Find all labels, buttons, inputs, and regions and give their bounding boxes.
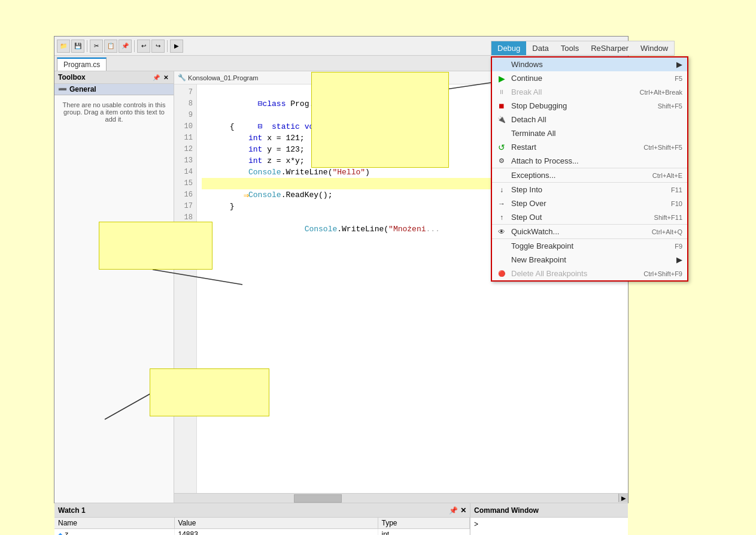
menu-item-stop-debugging[interactable]: ⏹ Stop Debugging Shift+F5 xyxy=(492,99,687,113)
menu-item-attach-to-process[interactable]: ⚙ Attach to Process... xyxy=(492,154,687,168)
toolbar-btn-undo[interactable]: ↩ xyxy=(137,40,150,53)
line-11: 11 xyxy=(174,132,196,144)
break-all-shortcut: Ctrl+Alt+Break xyxy=(639,89,682,96)
horizontal-scrollbar[interactable]: ▶ xyxy=(174,493,628,503)
toolbar-btn-redo[interactable]: ↪ xyxy=(151,40,165,53)
step-into-label: Step Into xyxy=(511,185,659,194)
menu-item-restart[interactable]: ↺ Restart Ctrl+Shift+F5 xyxy=(492,140,687,154)
command-title: Command Window xyxy=(474,506,539,515)
step-over-label: Step Over xyxy=(511,199,659,208)
line-17: 17 xyxy=(174,201,196,212)
quickwatch-shortcut: Ctrl+Alt+Q xyxy=(652,228,682,235)
watch-title: Watch 1 xyxy=(58,506,86,515)
toolbar-btn-3[interactable]: ✂ xyxy=(90,40,103,53)
menu-item-new-breakpoint[interactable]: New Breakpoint ▶ xyxy=(492,253,687,267)
exceptions-shortcut: Ctrl+Alt+E xyxy=(652,172,682,179)
menu-item-delete-all-bp: 🔴 Delete All Breakpoints Ctrl+Shift+F9 xyxy=(492,267,687,280)
menu-resharper[interactable]: ReSharper xyxy=(585,41,634,55)
menu-resharper-label: ReSharper xyxy=(591,44,629,53)
delete-bp-label: Delete All Breakpoints xyxy=(511,269,631,278)
watch-type-z: int xyxy=(378,529,470,536)
line-9: 9 xyxy=(174,110,196,121)
line-numbers: 7 8 9 10 11 12 13 14 15 16 17 18 xyxy=(174,84,197,493)
menu-item-terminate-all[interactable]: Terminate All xyxy=(492,126,687,140)
watch-close-icon[interactable]: ✕ xyxy=(460,506,466,515)
toolbox-header-icons: 📌 ✕ xyxy=(152,73,170,81)
break-all-icon: ⏸ xyxy=(496,89,508,95)
line-12: 12 xyxy=(174,144,196,155)
watch-header-icons: 📌 ✕ xyxy=(449,506,466,515)
menu-data[interactable]: Data xyxy=(526,41,554,55)
delete-bp-shortcut: Ctrl+Shift+F9 xyxy=(643,270,682,277)
watch-col-name: Name xyxy=(54,518,174,529)
toolbox-general-section[interactable]: ➖ General xyxy=(54,84,174,95)
toolbox-close-icon[interactable]: ✕ xyxy=(162,73,170,81)
menu-item-break-all: ⏸ Break All Ctrl+Alt+Break xyxy=(492,85,687,99)
scrollbar-right-arrow[interactable]: ▶ xyxy=(618,494,628,502)
restart-shortcut: Ctrl+Shift+F5 xyxy=(643,144,682,151)
toolbar-separator-3 xyxy=(167,40,168,52)
menu-tools-label: Tools xyxy=(561,44,579,53)
toolbar-separator-1 xyxy=(87,40,87,52)
menu-item-step-into[interactable]: ↓ Step Into F11 xyxy=(492,182,687,197)
watch-col-type: Type xyxy=(378,518,470,529)
callout-middle-left xyxy=(99,222,212,270)
toolbox-pin-icon[interactable]: 📌 xyxy=(152,73,160,81)
watch-name-z: ◆ z xyxy=(54,529,174,536)
attach-icon: ⚙ xyxy=(496,157,508,165)
menu-item-exceptions[interactable]: Exceptions... Ctrl+Alt+E xyxy=(492,168,687,182)
step-into-icon: ↓ xyxy=(496,186,508,194)
command-prompt: > xyxy=(474,520,478,528)
scrollbar-thumb[interactable] xyxy=(294,494,342,503)
line-8: 8 xyxy=(174,98,196,110)
line-14: 14 xyxy=(174,167,196,178)
menu-item-detach-all[interactable]: 🔌 Detach All xyxy=(492,113,687,126)
step-out-icon: ↑ xyxy=(496,213,508,222)
menu-data-label: Data xyxy=(532,44,548,53)
menu-item-step-out[interactable]: ↑ Step Out Shift+F11 xyxy=(492,210,687,224)
watch-row-z[interactable]: ◆ z 14883 int xyxy=(54,529,470,536)
toolbar-btn-1[interactable]: 📁 xyxy=(57,40,70,53)
menu-item-quickwatch[interactable]: 👁 QuickWatch... Ctrl+Alt+Q xyxy=(492,224,687,238)
menu-item-continue[interactable]: ▶ Continue F5 xyxy=(492,71,687,85)
detach-all-icon: 🔌 xyxy=(496,116,508,123)
callout-bottom-left xyxy=(150,368,269,416)
windows-arrow: ▶ xyxy=(676,60,682,69)
detach-all-label: Detach All xyxy=(511,115,682,124)
line-15: 15 xyxy=(174,178,196,189)
toolbar-btn-2[interactable]: 💾 xyxy=(71,40,84,53)
quickwatch-icon: 👁 xyxy=(496,228,508,236)
continue-shortcut: F5 xyxy=(675,75,682,82)
toolbar-btn-5[interactable]: 📌 xyxy=(119,40,132,53)
restart-label: Restart xyxy=(511,143,631,152)
toolbox-panel: Toolbox 📌 ✕ ➖ General There are no usabl… xyxy=(54,71,174,503)
command-header: Command Window xyxy=(470,503,628,518)
menu-debug[interactable]: Debug xyxy=(491,41,526,55)
toolbar-separator-2 xyxy=(134,40,135,52)
menu-item-windows[interactable]: Windows ▶ xyxy=(492,58,687,71)
toolbox-header: Toolbox 📌 ✕ xyxy=(54,71,174,84)
menu-window-label: Window xyxy=(640,44,668,53)
continue-label: Continue xyxy=(511,74,663,83)
stop-debugging-label: Stop Debugging xyxy=(511,101,646,110)
line-13: 13 xyxy=(174,155,196,167)
attach-label: Attach to Process... xyxy=(511,156,682,165)
toolbar-btn-4[interactable]: 📋 xyxy=(104,40,117,53)
breadcrumb-class: Konsolowa_01.Program xyxy=(188,74,258,81)
command-content[interactable]: > xyxy=(470,518,628,531)
menu-window[interactable]: Window xyxy=(634,41,674,55)
debug-dropdown-menu: Windows ▶ ▶ Continue F5 ⏸ Break All Ctrl… xyxy=(491,56,688,282)
toolbar-btn-run[interactable]: ▶ xyxy=(170,40,183,53)
toolbox-title: Toolbox xyxy=(58,73,86,81)
step-over-shortcut: F10 xyxy=(671,200,682,207)
toolbox-empty-message: There are no usable controls in this gro… xyxy=(63,101,166,123)
debug-menu-bar: Debug Data Tools ReSharper Window xyxy=(491,41,675,56)
menu-item-toggle-breakpoint[interactable]: Toggle Breakpoint F9 xyxy=(492,238,687,253)
quickwatch-label: QuickWatch... xyxy=(511,227,640,236)
step-out-label: Step Out xyxy=(511,213,642,222)
tab-program-cs[interactable]: Program.cs xyxy=(57,58,107,71)
step-into-shortcut: F11 xyxy=(671,186,682,194)
menu-item-step-over[interactable]: → Step Over F10 xyxy=(492,197,687,210)
menu-tools[interactable]: Tools xyxy=(555,41,585,55)
watch-pin-icon[interactable]: 📌 xyxy=(449,506,458,515)
